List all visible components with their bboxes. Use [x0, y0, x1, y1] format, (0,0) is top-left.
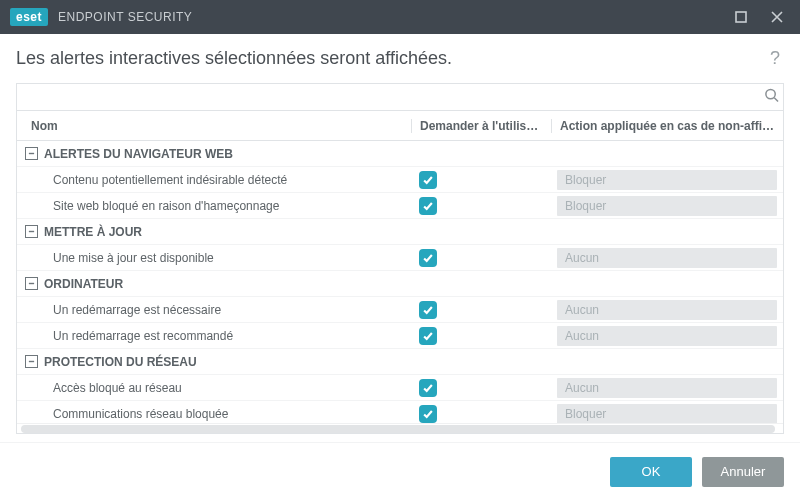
- alert-name: Communications réseau bloquée: [17, 407, 411, 421]
- table-row[interactable]: Communications réseau bloquéeBloquer: [17, 401, 783, 423]
- alert-name: Site web bloqué en raison d'hameçonnage: [17, 199, 411, 213]
- dialog-footer: OK Annuler: [0, 442, 800, 500]
- action-select: Bloquer: [557, 170, 777, 190]
- action-select: Aucun: [557, 300, 777, 320]
- group-label: ALERTES DU NAVIGATEUR WEB: [44, 147, 233, 161]
- minimize-icon[interactable]: [728, 4, 754, 30]
- alert-name: Un redémarrage est nécessaire: [17, 303, 411, 317]
- group-label: PROTECTION DU RÉSEAU: [44, 355, 197, 369]
- page-title: Les alertes interactives sélectionnées s…: [16, 48, 452, 69]
- ask-user-checkbox[interactable]: [419, 301, 437, 319]
- alert-name: Une mise à jour est disponible: [17, 251, 411, 265]
- search-input[interactable]: [17, 84, 783, 110]
- column-header-action[interactable]: Action appliquée en cas de non-affichage: [551, 119, 783, 133]
- product-name: ENDPOINT SECURITY: [58, 10, 192, 24]
- titlebar: eset ENDPOINT SECURITY: [0, 0, 800, 34]
- alerts-table: Nom Demander à l'utilisateur Action appl…: [16, 111, 784, 434]
- svg-point-1: [766, 89, 775, 98]
- action-select: Bloquer: [557, 196, 777, 216]
- brand-logo: eset: [10, 8, 48, 26]
- action-select: Aucun: [557, 378, 777, 398]
- group-label: ORDINATEUR: [44, 277, 123, 291]
- ask-user-checkbox[interactable]: [419, 327, 437, 345]
- group-row-web[interactable]: ALERTES DU NAVIGATEUR WEB: [17, 141, 783, 167]
- horizontal-scrollbar[interactable]: [17, 423, 783, 433]
- column-header-name[interactable]: Nom: [17, 119, 411, 133]
- ask-user-checkbox[interactable]: [419, 249, 437, 267]
- collapse-icon[interactable]: [25, 355, 38, 368]
- page-header: Les alertes interactives sélectionnées s…: [0, 34, 800, 77]
- table-row[interactable]: Un redémarrage est recommandéAucun: [17, 323, 783, 349]
- search-icon[interactable]: [764, 88, 779, 107]
- close-icon[interactable]: [764, 4, 790, 30]
- group-row-network[interactable]: PROTECTION DU RÉSEAU: [17, 349, 783, 375]
- action-select: Bloquer: [557, 404, 777, 424]
- table-row[interactable]: Un redémarrage est nécessaireAucun: [17, 297, 783, 323]
- table-header: Nom Demander à l'utilisateur Action appl…: [17, 111, 783, 141]
- ask-user-checkbox[interactable]: [419, 171, 437, 189]
- column-header-ask[interactable]: Demander à l'utilisateur: [411, 119, 551, 133]
- search-bar: [16, 83, 784, 111]
- svg-rect-0: [736, 12, 746, 22]
- action-select: Aucun: [557, 248, 777, 268]
- table-row[interactable]: Accès bloqué au réseauAucun: [17, 375, 783, 401]
- collapse-icon[interactable]: [25, 277, 38, 290]
- table-row[interactable]: Une mise à jour est disponibleAucun: [17, 245, 783, 271]
- ask-user-checkbox[interactable]: [419, 197, 437, 215]
- group-row-computer[interactable]: ORDINATEUR: [17, 271, 783, 297]
- app-window: eset ENDPOINT SECURITY Les alertes inter…: [0, 0, 800, 500]
- ask-user-checkbox[interactable]: [419, 379, 437, 397]
- table-row[interactable]: Site web bloqué en raison d'hameçonnageB…: [17, 193, 783, 219]
- group-row-update[interactable]: METTRE À JOUR: [17, 219, 783, 245]
- group-label: METTRE À JOUR: [44, 225, 142, 239]
- ok-button[interactable]: OK: [610, 457, 692, 487]
- alert-name: Contenu potentiellement indésirable déte…: [17, 173, 411, 187]
- collapse-icon[interactable]: [25, 225, 38, 238]
- alert-name: Un redémarrage est recommandé: [17, 329, 411, 343]
- cancel-button[interactable]: Annuler: [702, 457, 784, 487]
- table-body[interactable]: ALERTES DU NAVIGATEUR WEBContenu potenti…: [17, 141, 783, 423]
- alert-name: Accès bloqué au réseau: [17, 381, 411, 395]
- ask-user-checkbox[interactable]: [419, 405, 437, 423]
- collapse-icon[interactable]: [25, 147, 38, 160]
- table-row[interactable]: Contenu potentiellement indésirable déte…: [17, 167, 783, 193]
- help-icon[interactable]: ?: [766, 44, 784, 73]
- action-select: Aucun: [557, 326, 777, 346]
